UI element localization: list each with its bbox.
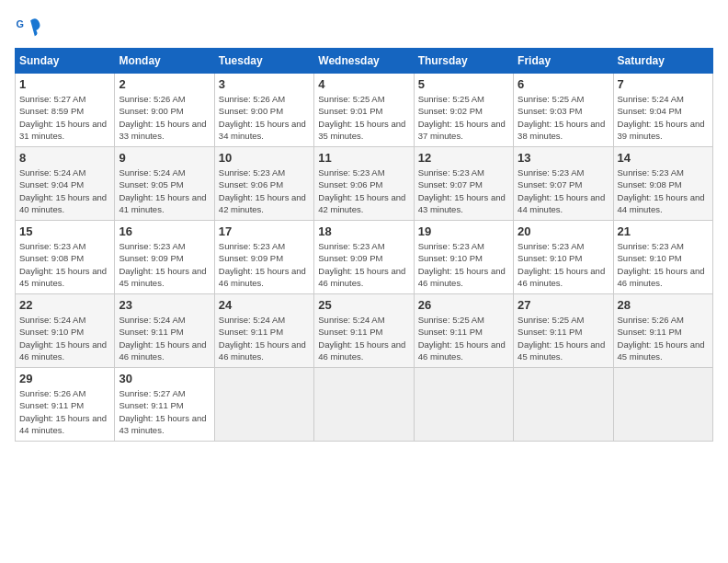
day-number: 16 — [119, 224, 210, 238]
day-info: Sunrise: 5:24 AM Sunset: 9:05 PM Dayligh… — [119, 167, 210, 215]
day-number: 5 — [418, 77, 509, 91]
calendar-cell — [314, 368, 414, 442]
header-friday: Friday — [514, 49, 613, 74]
day-number: 22 — [19, 298, 110, 312]
calendar-cell: 30 Sunrise: 5:27 AM Sunset: 9:11 PM Dayl… — [115, 368, 214, 442]
calendar-cell — [613, 368, 712, 442]
day-info: Sunrise: 5:24 AM Sunset: 9:11 PM Dayligh… — [318, 314, 409, 362]
calendar-cell: 10 Sunrise: 5:23 AM Sunset: 9:06 PM Dayl… — [214, 147, 313, 221]
calendar-week-row: 1 Sunrise: 5:27 AM Sunset: 8:59 PM Dayli… — [16, 74, 713, 147]
day-info: Sunrise: 5:26 AM Sunset: 9:11 PM Dayligh… — [19, 387, 110, 436]
calendar-week-row: 29 Sunrise: 5:26 AM Sunset: 9:11 PM Dayl… — [16, 368, 713, 442]
day-info: Sunrise: 5:25 AM Sunset: 9:01 PM Dayligh… — [318, 93, 409, 142]
calendar-cell: 8 Sunrise: 5:24 AM Sunset: 9:04 PM Dayli… — [16, 147, 115, 221]
day-info: Sunrise: 5:24 AM Sunset: 9:11 PM Dayligh… — [219, 314, 310, 362]
day-info: Sunrise: 5:23 AM Sunset: 9:07 PM Dayligh… — [418, 167, 509, 215]
day-number: 14 — [618, 151, 709, 165]
day-number: 24 — [219, 298, 310, 312]
calendar-cell: 5 Sunrise: 5:25 AM Sunset: 9:02 PM Dayli… — [414, 74, 513, 147]
calendar-cell: 23 Sunrise: 5:24 AM Sunset: 9:11 PM Dayl… — [115, 294, 214, 368]
calendar-cell: 4 Sunrise: 5:25 AM Sunset: 9:01 PM Dayli… — [314, 74, 414, 147]
calendar-cell: 9 Sunrise: 5:24 AM Sunset: 9:05 PM Dayli… — [115, 147, 214, 221]
day-info: Sunrise: 5:24 AM Sunset: 9:10 PM Dayligh… — [19, 314, 110, 362]
calendar-week-row: 15 Sunrise: 5:23 AM Sunset: 9:08 PM Dayl… — [16, 221, 713, 294]
day-number: 11 — [318, 151, 409, 165]
calendar-cell: 21 Sunrise: 5:23 AM Sunset: 9:10 PM Dayl… — [613, 221, 712, 294]
day-number: 3 — [219, 77, 310, 91]
day-info: Sunrise: 5:27 AM Sunset: 8:59 PM Dayligh… — [19, 93, 110, 142]
header-tuesday: Tuesday — [214, 49, 313, 74]
calendar-cell: 28 Sunrise: 5:26 AM Sunset: 9:11 PM Dayl… — [613, 294, 712, 368]
day-number: 4 — [318, 77, 409, 91]
calendar-cell: 27 Sunrise: 5:25 AM Sunset: 9:11 PM Dayl… — [514, 294, 613, 368]
day-info: Sunrise: 5:25 AM Sunset: 9:03 PM Dayligh… — [518, 93, 609, 142]
day-number: 15 — [19, 224, 110, 238]
day-info: Sunrise: 5:23 AM Sunset: 9:10 PM Dayligh… — [418, 240, 509, 289]
calendar-cell: 18 Sunrise: 5:23 AM Sunset: 9:09 PM Dayl… — [314, 221, 414, 294]
calendar-cell: 24 Sunrise: 5:24 AM Sunset: 9:11 PM Dayl… — [214, 294, 313, 368]
calendar-cell: 19 Sunrise: 5:23 AM Sunset: 9:10 PM Dayl… — [414, 221, 513, 294]
day-number: 29 — [19, 372, 110, 385]
svg-text:G: G — [17, 18, 24, 29]
calendar-cell: 20 Sunrise: 5:23 AM Sunset: 9:10 PM Dayl… — [514, 221, 613, 294]
calendar-cell: 1 Sunrise: 5:27 AM Sunset: 8:59 PM Dayli… — [16, 74, 115, 147]
day-number: 12 — [418, 151, 509, 165]
day-number: 25 — [318, 298, 409, 312]
day-number: 9 — [119, 151, 210, 165]
calendar-header-row: SundayMondayTuesdayWednesdayThursdayFrid… — [16, 49, 713, 74]
day-number: 18 — [318, 224, 409, 238]
day-info: Sunrise: 5:26 AM Sunset: 9:00 PM Dayligh… — [119, 93, 210, 142]
header-saturday: Saturday — [613, 49, 712, 74]
day-info: Sunrise: 5:24 AM Sunset: 9:11 PM Dayligh… — [119, 314, 210, 362]
calendar-cell: 13 Sunrise: 5:23 AM Sunset: 9:07 PM Dayl… — [514, 147, 613, 221]
calendar-cell: 16 Sunrise: 5:23 AM Sunset: 9:09 PM Dayl… — [115, 221, 214, 294]
calendar-week-row: 8 Sunrise: 5:24 AM Sunset: 9:04 PM Dayli… — [16, 147, 713, 221]
day-number: 8 — [19, 151, 110, 165]
day-info: Sunrise: 5:23 AM Sunset: 9:08 PM Dayligh… — [618, 167, 709, 215]
calendar-cell: 12 Sunrise: 5:23 AM Sunset: 9:07 PM Dayl… — [414, 147, 513, 221]
day-info: Sunrise: 5:25 AM Sunset: 9:11 PM Dayligh… — [418, 314, 509, 362]
day-info: Sunrise: 5:23 AM Sunset: 9:09 PM Dayligh… — [318, 240, 409, 289]
day-number: 19 — [418, 224, 509, 238]
calendar-cell: 11 Sunrise: 5:23 AM Sunset: 9:06 PM Dayl… — [314, 147, 414, 221]
day-info: Sunrise: 5:26 AM Sunset: 9:00 PM Dayligh… — [219, 93, 310, 142]
day-info: Sunrise: 5:23 AM Sunset: 9:07 PM Dayligh… — [518, 167, 609, 215]
day-info: Sunrise: 5:24 AM Sunset: 9:04 PM Dayligh… — [19, 167, 110, 215]
day-number: 17 — [219, 224, 310, 238]
header-thursday: Thursday — [414, 49, 513, 74]
calendar-cell: 17 Sunrise: 5:23 AM Sunset: 9:09 PM Dayl… — [214, 221, 313, 294]
day-info: Sunrise: 5:23 AM Sunset: 9:10 PM Dayligh… — [618, 240, 709, 289]
header-sunday: Sunday — [16, 49, 115, 74]
day-number: 23 — [119, 298, 210, 312]
day-info: Sunrise: 5:23 AM Sunset: 9:09 PM Dayligh… — [119, 240, 210, 289]
day-number: 26 — [418, 298, 509, 312]
day-number: 13 — [518, 151, 609, 165]
day-number: 7 — [618, 77, 709, 91]
day-info: Sunrise: 5:25 AM Sunset: 9:02 PM Dayligh… — [418, 93, 509, 142]
calendar-cell: 6 Sunrise: 5:25 AM Sunset: 9:03 PM Dayli… — [514, 74, 613, 147]
day-number: 21 — [618, 224, 709, 238]
day-number: 2 — [119, 77, 210, 91]
calendar-cell — [214, 368, 313, 442]
day-info: Sunrise: 5:23 AM Sunset: 9:06 PM Dayligh… — [219, 167, 310, 215]
day-number: 20 — [518, 224, 609, 238]
day-info: Sunrise: 5:23 AM Sunset: 9:06 PM Dayligh… — [318, 167, 409, 215]
logo-icon: G — [15, 15, 40, 40]
day-number: 10 — [219, 151, 310, 165]
day-info: Sunrise: 5:23 AM Sunset: 9:08 PM Dayligh… — [19, 240, 110, 289]
day-info: Sunrise: 5:27 AM Sunset: 9:11 PM Dayligh… — [119, 387, 210, 436]
header-monday: Monday — [115, 49, 214, 74]
calendar-cell: 26 Sunrise: 5:25 AM Sunset: 9:11 PM Dayl… — [414, 294, 513, 368]
logo: G — [15, 15, 44, 40]
calendar-cell — [414, 368, 513, 442]
calendar-cell: 7 Sunrise: 5:24 AM Sunset: 9:04 PM Dayli… — [613, 74, 712, 147]
day-number: 27 — [518, 298, 609, 312]
day-info: Sunrise: 5:26 AM Sunset: 9:11 PM Dayligh… — [618, 314, 709, 362]
calendar-cell: 29 Sunrise: 5:26 AM Sunset: 9:11 PM Dayl… — [16, 368, 115, 442]
day-number: 30 — [119, 372, 210, 385]
day-number: 6 — [518, 77, 609, 91]
day-info: Sunrise: 5:24 AM Sunset: 9:04 PM Dayligh… — [618, 93, 709, 142]
calendar-cell: 15 Sunrise: 5:23 AM Sunset: 9:08 PM Dayl… — [16, 221, 115, 294]
day-info: Sunrise: 5:23 AM Sunset: 9:10 PM Dayligh… — [518, 240, 609, 289]
day-number: 28 — [618, 298, 709, 312]
